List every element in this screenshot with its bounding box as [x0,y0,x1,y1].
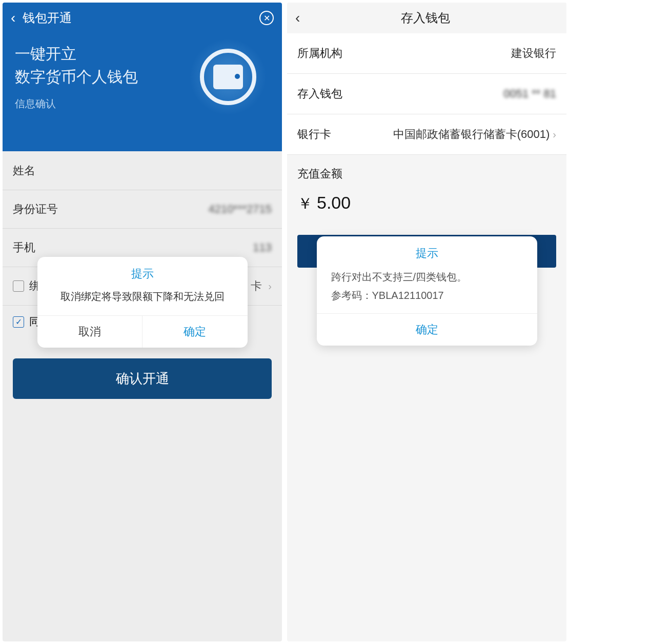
modal-confirm-button[interactable]: 确定 [317,314,537,346]
chevron-right-icon: › [553,129,556,140]
name-label: 姓名 [13,163,35,178]
modal-title: 提示 [317,236,537,266]
phone-label: 手机 [13,240,35,255]
modal-confirm-button[interactable]: 确定 [143,316,248,348]
card-label: 银行卡 [297,127,331,142]
amount-value: 5.00 [317,193,351,213]
phone-left: ‹ 钱包开通 ✕ 一键开立 数字货币个人钱包 信息确认 姓名 身份证号 4210… [3,3,282,641]
header-left: ‹ 钱包开通 ✕ 一键开立 数字货币个人钱包 信息确认 [3,3,282,151]
wallet-icon [190,38,267,115]
nav-bar-right: ‹ 存入钱包 [287,3,566,33]
modal-actions: 取消 确定 [37,315,248,348]
confirm-open-button[interactable]: 确认开通 [13,358,272,399]
id-label: 身份证号 [13,202,58,217]
back-icon[interactable]: ‹ [11,10,15,26]
currency-symbol: ￥ [297,193,313,214]
modal-right: 提示 跨行对出不支持三/四类钱包。 参考码：YBLA12110017 确定 [317,236,537,346]
row-wallet[interactable]: 存入钱包 0051 ** 81 [287,74,566,114]
chevron-right-icon: › [268,280,272,292]
modal-body-line: 跨行对出不支持三/四类钱包。 [331,269,523,285]
agree-checkbox[interactable]: ✓ [13,316,24,328]
modal-actions: 确定 [317,313,537,346]
row-card[interactable]: 银行卡 中国邮政储蓄银行储蓄卡(6001) › [287,114,566,155]
wallet-label: 存入钱包 [297,86,342,102]
form-area: 姓名 身份证号 4210***2715 手机 113 绑 卡 › [3,151,282,641]
close-icon[interactable]: ✕ [259,11,274,25]
modal-cancel-button[interactable]: 取消 [37,316,143,348]
amount-label: 充值金额 [287,155,566,186]
modal-refcode: 参考码：YBLA12110017 [331,288,523,303]
wallet-value: 0051 ** 81 [503,87,556,100]
nav-title: 存入钱包 [293,10,558,26]
phone-right: ‹ 存入钱包 所属机构 建设银行 存入钱包 0051 ** 81 银行卡 中国邮… [287,3,566,641]
info-list: 所属机构 建设银行 存入钱包 0051 ** 81 银行卡 中国邮政储蓄银行储蓄… [287,33,566,155]
nav-title: 钱包开通 [23,10,259,26]
card-value: 中国邮政储蓄银行储蓄卡(6001) › [393,127,556,142]
phone-value: 113 [253,241,272,254]
row-name[interactable]: 姓名 [3,152,282,190]
hero-block: 一键开立 数字货币个人钱包 信息确认 [3,33,282,121]
row-id[interactable]: 身份证号 4210***2715 [3,190,282,229]
amount-row[interactable]: ￥ 5.00 [287,186,566,227]
modal-body: 取消绑定将导致限额下降和无法兑回 [37,287,248,315]
bind-value: 卡 › [251,278,272,294]
bind-checkbox[interactable] [13,280,24,292]
nav-bar: ‹ 钱包开通 ✕ [3,3,282,33]
org-label: 所属机构 [297,46,342,61]
modal-body: 跨行对出不支持三/四类钱包。 参考码：YBLA12110017 [317,266,537,313]
id-value: 4210***2715 [208,203,272,216]
row-org: 所属机构 建设银行 [287,33,566,74]
modal-left: 提示 取消绑定将导致限额下降和无法兑回 取消 确定 [37,257,248,348]
modal-title: 提示 [37,257,248,287]
org-value: 建设银行 [511,46,556,61]
